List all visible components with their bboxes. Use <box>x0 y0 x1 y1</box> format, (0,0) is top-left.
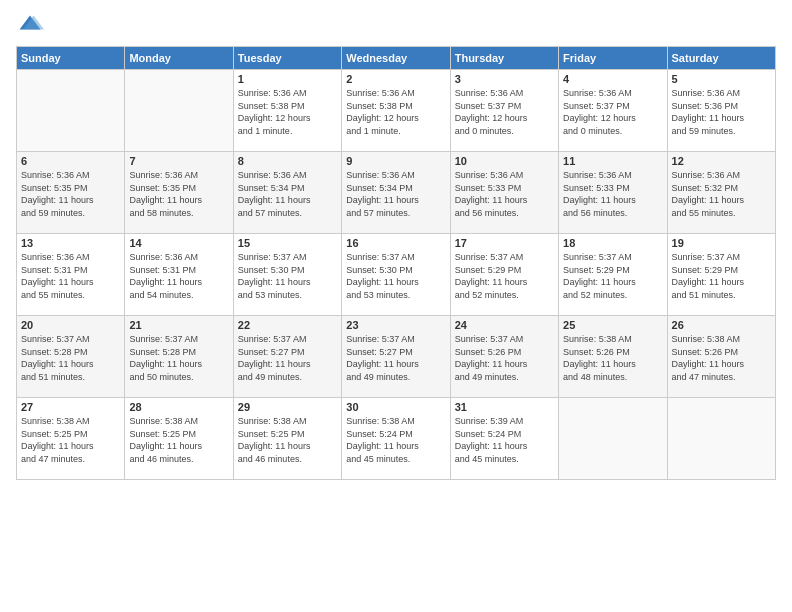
day-cell: 25Sunrise: 5:38 AM Sunset: 5:26 PM Dayli… <box>559 316 667 398</box>
day-cell: 11Sunrise: 5:36 AM Sunset: 5:33 PM Dayli… <box>559 152 667 234</box>
day-number: 18 <box>563 237 662 249</box>
day-cell: 23Sunrise: 5:37 AM Sunset: 5:27 PM Dayli… <box>342 316 450 398</box>
logo <box>16 12 48 40</box>
day-cell <box>17 70 125 152</box>
col-header-saturday: Saturday <box>667 47 775 70</box>
day-number: 20 <box>21 319 120 331</box>
day-number: 8 <box>238 155 337 167</box>
day-cell: 14Sunrise: 5:36 AM Sunset: 5:31 PM Dayli… <box>125 234 233 316</box>
day-info: Sunrise: 5:36 AM Sunset: 5:38 PM Dayligh… <box>346 87 445 137</box>
day-number: 13 <box>21 237 120 249</box>
header-row <box>16 12 776 40</box>
day-number: 2 <box>346 73 445 85</box>
day-cell: 20Sunrise: 5:37 AM Sunset: 5:28 PM Dayli… <box>17 316 125 398</box>
day-cell: 7Sunrise: 5:36 AM Sunset: 5:35 PM Daylig… <box>125 152 233 234</box>
day-cell: 8Sunrise: 5:36 AM Sunset: 5:34 PM Daylig… <box>233 152 341 234</box>
day-info: Sunrise: 5:37 AM Sunset: 5:30 PM Dayligh… <box>238 251 337 301</box>
day-number: 19 <box>672 237 771 249</box>
day-info: Sunrise: 5:37 AM Sunset: 5:29 PM Dayligh… <box>455 251 554 301</box>
day-cell <box>667 398 775 480</box>
day-cell: 19Sunrise: 5:37 AM Sunset: 5:29 PM Dayli… <box>667 234 775 316</box>
day-info: Sunrise: 5:36 AM Sunset: 5:34 PM Dayligh… <box>346 169 445 219</box>
day-info: Sunrise: 5:36 AM Sunset: 5:34 PM Dayligh… <box>238 169 337 219</box>
day-number: 25 <box>563 319 662 331</box>
day-number: 1 <box>238 73 337 85</box>
day-info: Sunrise: 5:36 AM Sunset: 5:31 PM Dayligh… <box>129 251 228 301</box>
day-info: Sunrise: 5:38 AM Sunset: 5:25 PM Dayligh… <box>238 415 337 465</box>
day-cell: 28Sunrise: 5:38 AM Sunset: 5:25 PM Dayli… <box>125 398 233 480</box>
day-info: Sunrise: 5:37 AM Sunset: 5:30 PM Dayligh… <box>346 251 445 301</box>
day-cell: 29Sunrise: 5:38 AM Sunset: 5:25 PM Dayli… <box>233 398 341 480</box>
day-number: 24 <box>455 319 554 331</box>
week-row-5: 27Sunrise: 5:38 AM Sunset: 5:25 PM Dayli… <box>17 398 776 480</box>
day-number: 7 <box>129 155 228 167</box>
day-info: Sunrise: 5:37 AM Sunset: 5:27 PM Dayligh… <box>238 333 337 383</box>
day-info: Sunrise: 5:36 AM Sunset: 5:33 PM Dayligh… <box>563 169 662 219</box>
week-row-3: 13Sunrise: 5:36 AM Sunset: 5:31 PM Dayli… <box>17 234 776 316</box>
day-number: 23 <box>346 319 445 331</box>
day-number: 29 <box>238 401 337 413</box>
day-number: 28 <box>129 401 228 413</box>
day-info: Sunrise: 5:36 AM Sunset: 5:38 PM Dayligh… <box>238 87 337 137</box>
col-header-tuesday: Tuesday <box>233 47 341 70</box>
header-row-days: SundayMondayTuesdayWednesdayThursdayFrid… <box>17 47 776 70</box>
day-cell: 22Sunrise: 5:37 AM Sunset: 5:27 PM Dayli… <box>233 316 341 398</box>
col-header-sunday: Sunday <box>17 47 125 70</box>
main-container: SundayMondayTuesdayWednesdayThursdayFrid… <box>0 0 792 488</box>
day-number: 10 <box>455 155 554 167</box>
day-info: Sunrise: 5:38 AM Sunset: 5:25 PM Dayligh… <box>21 415 120 465</box>
day-cell: 16Sunrise: 5:37 AM Sunset: 5:30 PM Dayli… <box>342 234 450 316</box>
col-header-thursday: Thursday <box>450 47 558 70</box>
day-info: Sunrise: 5:38 AM Sunset: 5:25 PM Dayligh… <box>129 415 228 465</box>
day-info: Sunrise: 5:36 AM Sunset: 5:31 PM Dayligh… <box>21 251 120 301</box>
day-cell: 5Sunrise: 5:36 AM Sunset: 5:36 PM Daylig… <box>667 70 775 152</box>
day-cell: 31Sunrise: 5:39 AM Sunset: 5:24 PM Dayli… <box>450 398 558 480</box>
day-cell: 21Sunrise: 5:37 AM Sunset: 5:28 PM Dayli… <box>125 316 233 398</box>
week-row-2: 6Sunrise: 5:36 AM Sunset: 5:35 PM Daylig… <box>17 152 776 234</box>
day-cell: 9Sunrise: 5:36 AM Sunset: 5:34 PM Daylig… <box>342 152 450 234</box>
day-number: 31 <box>455 401 554 413</box>
day-number: 22 <box>238 319 337 331</box>
day-number: 17 <box>455 237 554 249</box>
day-cell: 6Sunrise: 5:36 AM Sunset: 5:35 PM Daylig… <box>17 152 125 234</box>
day-cell: 30Sunrise: 5:38 AM Sunset: 5:24 PM Dayli… <box>342 398 450 480</box>
day-info: Sunrise: 5:37 AM Sunset: 5:29 PM Dayligh… <box>672 251 771 301</box>
week-row-4: 20Sunrise: 5:37 AM Sunset: 5:28 PM Dayli… <box>17 316 776 398</box>
week-row-1: 1Sunrise: 5:36 AM Sunset: 5:38 PM Daylig… <box>17 70 776 152</box>
day-cell: 4Sunrise: 5:36 AM Sunset: 5:37 PM Daylig… <box>559 70 667 152</box>
day-cell: 17Sunrise: 5:37 AM Sunset: 5:29 PM Dayli… <box>450 234 558 316</box>
day-info: Sunrise: 5:38 AM Sunset: 5:26 PM Dayligh… <box>563 333 662 383</box>
day-info: Sunrise: 5:37 AM Sunset: 5:28 PM Dayligh… <box>129 333 228 383</box>
day-cell <box>559 398 667 480</box>
day-cell: 12Sunrise: 5:36 AM Sunset: 5:32 PM Dayli… <box>667 152 775 234</box>
day-number: 5 <box>672 73 771 85</box>
day-cell: 15Sunrise: 5:37 AM Sunset: 5:30 PM Dayli… <box>233 234 341 316</box>
day-cell: 10Sunrise: 5:36 AM Sunset: 5:33 PM Dayli… <box>450 152 558 234</box>
day-number: 6 <box>21 155 120 167</box>
day-cell: 18Sunrise: 5:37 AM Sunset: 5:29 PM Dayli… <box>559 234 667 316</box>
day-cell: 3Sunrise: 5:36 AM Sunset: 5:37 PM Daylig… <box>450 70 558 152</box>
day-number: 14 <box>129 237 228 249</box>
day-number: 9 <box>346 155 445 167</box>
day-info: Sunrise: 5:39 AM Sunset: 5:24 PM Dayligh… <box>455 415 554 465</box>
day-info: Sunrise: 5:36 AM Sunset: 5:35 PM Dayligh… <box>21 169 120 219</box>
day-number: 30 <box>346 401 445 413</box>
day-number: 27 <box>21 401 120 413</box>
logo-icon <box>16 12 44 40</box>
col-header-monday: Monday <box>125 47 233 70</box>
day-info: Sunrise: 5:36 AM Sunset: 5:32 PM Dayligh… <box>672 169 771 219</box>
day-info: Sunrise: 5:37 AM Sunset: 5:26 PM Dayligh… <box>455 333 554 383</box>
day-number: 3 <box>455 73 554 85</box>
day-number: 16 <box>346 237 445 249</box>
day-number: 4 <box>563 73 662 85</box>
col-header-wednesday: Wednesday <box>342 47 450 70</box>
day-info: Sunrise: 5:36 AM Sunset: 5:36 PM Dayligh… <box>672 87 771 137</box>
day-number: 26 <box>672 319 771 331</box>
day-info: Sunrise: 5:36 AM Sunset: 5:37 PM Dayligh… <box>455 87 554 137</box>
day-cell: 27Sunrise: 5:38 AM Sunset: 5:25 PM Dayli… <box>17 398 125 480</box>
col-header-friday: Friday <box>559 47 667 70</box>
day-cell: 2Sunrise: 5:36 AM Sunset: 5:38 PM Daylig… <box>342 70 450 152</box>
day-info: Sunrise: 5:36 AM Sunset: 5:37 PM Dayligh… <box>563 87 662 137</box>
calendar-table: SundayMondayTuesdayWednesdayThursdayFrid… <box>16 46 776 480</box>
day-number: 12 <box>672 155 771 167</box>
